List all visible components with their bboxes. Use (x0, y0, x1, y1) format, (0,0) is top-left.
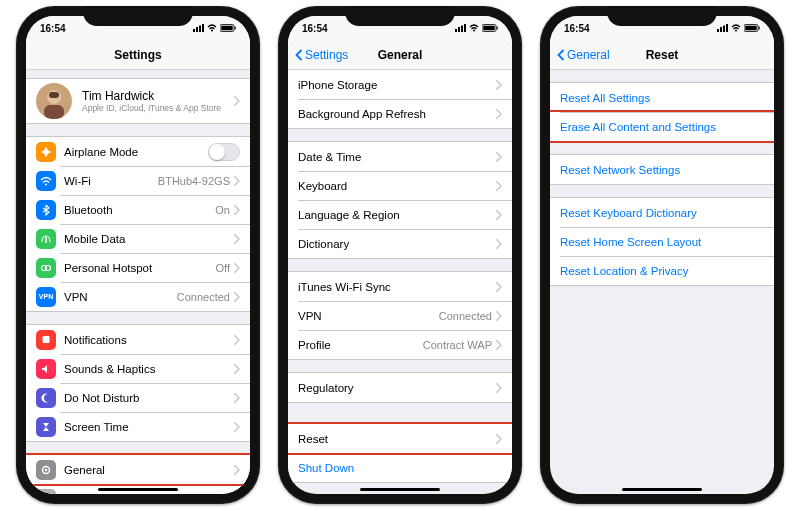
row-label: Do Not Disturb (64, 392, 234, 404)
row-airplane-mode[interactable]: Airplane Mode (26, 137, 250, 166)
row-date-time[interactable]: Date & Time (288, 142, 512, 171)
row-label: Bluetooth (64, 204, 215, 216)
row-label: Erase All Content and Settings (560, 121, 764, 133)
signal-icon (717, 24, 728, 32)
status-indicators (455, 24, 498, 32)
row-label: Date & Time (298, 151, 496, 163)
chevron-right-icon (496, 181, 502, 191)
toggle-airplane[interactable] (208, 143, 240, 161)
back-button[interactable]: Settings (294, 48, 348, 62)
moon-icon (36, 388, 56, 408)
chevron-right-icon (496, 282, 502, 292)
row-notifications[interactable]: Notifications (26, 325, 250, 354)
row-itunes-wifi-sync[interactable]: iTunes Wi-Fi Sync (288, 272, 512, 301)
row-general[interactable]: General (26, 455, 250, 484)
row-label: Background App Refresh (298, 108, 496, 120)
home-indicator[interactable] (622, 488, 702, 491)
phone-frame-reset: 16:54 General Reset Reset All Settings E… (540, 6, 784, 504)
row-dictionary[interactable]: Dictionary (288, 229, 512, 258)
notch (83, 6, 193, 26)
row-personal-hotspot[interactable]: Personal Hotspot Off (26, 253, 250, 282)
row-reset-keyboard-dictionary[interactable]: Reset Keyboard Dictionary (550, 198, 774, 227)
battery-icon (220, 24, 236, 32)
row-sounds-haptics[interactable]: Sounds & Haptics (26, 354, 250, 383)
row-reset-all-settings[interactable]: Reset All Settings (550, 83, 774, 112)
row-reset-network-settings[interactable]: Reset Network Settings (550, 155, 774, 184)
svg-rect-13 (45, 237, 47, 243)
row-label: Dictionary (298, 238, 496, 250)
back-label: Settings (305, 48, 348, 62)
general-list[interactable]: iPhone Storage Background App Refresh Da… (288, 70, 512, 494)
gear-icon (36, 460, 56, 480)
row-shut-down[interactable]: Shut Down (288, 453, 512, 482)
row-label: iTunes Wi-Fi Sync (298, 281, 496, 293)
row-wifi[interactable]: Wi-Fi BTHub4-92GS (26, 166, 250, 195)
chevron-right-icon (496, 152, 502, 162)
row-label: Reset Location & Privacy (560, 265, 764, 277)
row-keyboard[interactable]: Keyboard (288, 171, 512, 200)
antenna-icon (36, 229, 56, 249)
svg-rect-10 (44, 105, 64, 119)
phone-frame-settings: 16:54 Settings Tim Hardwick Apple ID, iC… (16, 6, 260, 504)
status-indicators (717, 24, 760, 32)
status-time: 16:54 (564, 23, 590, 34)
airplane-icon (36, 142, 56, 162)
svg-rect-11 (49, 92, 59, 98)
chevron-right-icon (234, 422, 240, 432)
navbar: Settings (26, 40, 250, 70)
row-label: Personal Hotspot (64, 262, 216, 274)
row-label: Profile (298, 339, 423, 351)
home-indicator[interactable] (98, 488, 178, 491)
chevron-right-icon (496, 239, 502, 249)
battery-icon (482, 24, 498, 32)
row-value: BTHub4-92GS (158, 175, 230, 187)
chevron-right-icon (234, 205, 240, 215)
chevron-right-icon (234, 364, 240, 374)
status-time: 16:54 (40, 23, 66, 34)
page-title: Reset (646, 48, 679, 62)
avatar (36, 83, 72, 119)
back-button[interactable]: General (556, 48, 610, 62)
row-label: Language & Region (298, 209, 496, 221)
chevron-right-icon (234, 393, 240, 403)
row-iphone-storage[interactable]: iPhone Storage (288, 70, 512, 99)
profile-sub: Apple ID, iCloud, iTunes & App Store (82, 103, 234, 113)
chevron-right-icon (234, 263, 240, 273)
row-label: Reset Keyboard Dictionary (560, 207, 764, 219)
row-mobile-data[interactable]: Mobile Data (26, 224, 250, 253)
notch (345, 6, 455, 26)
row-vpn[interactable]: VPN VPN Connected (26, 282, 250, 311)
reset-list[interactable]: Reset All Settings Erase All Content and… (550, 70, 774, 494)
sounds-icon (36, 359, 56, 379)
home-indicator[interactable] (360, 488, 440, 491)
page-title: General (378, 48, 423, 62)
row-regulatory[interactable]: Regulatory (288, 373, 512, 402)
chevron-right-icon (496, 210, 502, 220)
profile-row[interactable]: Tim Hardwick Apple ID, iCloud, iTunes & … (26, 79, 250, 123)
notch (607, 6, 717, 26)
row-erase-all-content[interactable]: Erase All Content and Settings (550, 112, 774, 141)
row-label: General (64, 464, 234, 476)
row-label: iPhone Storage (298, 79, 496, 91)
row-vpn[interactable]: VPN Connected (288, 301, 512, 330)
wifi-icon (36, 171, 56, 191)
chevron-left-icon (294, 49, 304, 61)
row-label: Sounds & Haptics (64, 363, 234, 375)
row-background-app-refresh[interactable]: Background App Refresh (288, 99, 512, 128)
row-value: On (215, 204, 230, 216)
row-bluetooth[interactable]: Bluetooth On (26, 195, 250, 224)
row-label: Control Centre (64, 493, 240, 495)
row-reset-home-screen-layout[interactable]: Reset Home Screen Layout (550, 227, 774, 256)
row-reset-location-privacy[interactable]: Reset Location & Privacy (550, 256, 774, 285)
row-profile[interactable]: Profile Contract WAP (288, 330, 512, 359)
row-label: Reset Network Settings (560, 164, 764, 176)
row-language-region[interactable]: Language & Region (288, 200, 512, 229)
wifi-icon (207, 24, 217, 32)
phone-frame-general: 16:54 Settings General iPhone Storage (278, 6, 522, 504)
navbar: Settings General (288, 40, 512, 70)
row-do-not-disturb[interactable]: Do Not Disturb (26, 383, 250, 412)
row-reset[interactable]: Reset (288, 424, 512, 453)
row-label: Mobile Data (64, 233, 234, 245)
row-screen-time[interactable]: Screen Time (26, 412, 250, 441)
settings-list[interactable]: Tim Hardwick Apple ID, iCloud, iTunes & … (26, 70, 250, 494)
